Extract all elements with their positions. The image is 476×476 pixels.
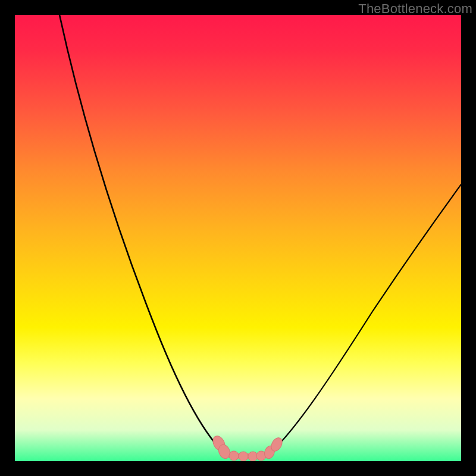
marker-point [239, 452, 248, 461]
left-curve [60, 15, 223, 452]
plot-area [15, 15, 461, 461]
curve-layer [15, 15, 461, 461]
marker-point [229, 451, 239, 461]
right-curve [271, 184, 461, 452]
chart-frame: TheBottleneck.com [0, 0, 476, 476]
marker-group [211, 434, 284, 461]
